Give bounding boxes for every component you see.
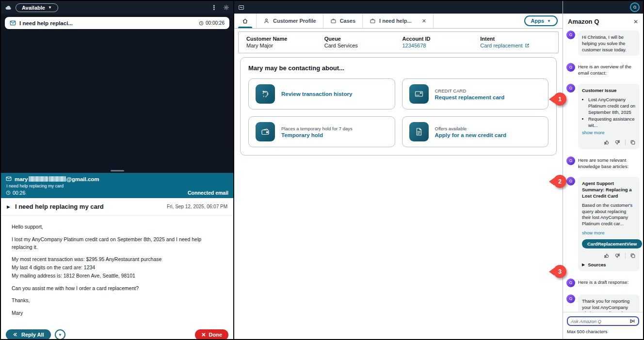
chevron-down-icon: ▼ xyxy=(48,5,52,10)
contact-card-timer: 00:00:26 xyxy=(199,20,225,26)
q-topbar xyxy=(563,1,643,14)
send-icon[interactable] xyxy=(629,318,635,324)
q-message-bubble: Thank you for reporting your lost AnyCom… xyxy=(578,294,640,312)
email-contact-banner: mary@gmail.com I need help replacing my … xyxy=(1,173,233,198)
document-icon xyxy=(409,122,429,141)
email-thread-header[interactable]: ▶ I need help replacing my card Fri, Sep… xyxy=(1,198,233,216)
apps-dropdown-button[interactable]: Apps ▼ xyxy=(524,15,558,26)
chevron-down-icon: ▼ xyxy=(58,333,62,337)
q-avatar-icon xyxy=(566,84,575,93)
q-message-kb-article: Agent Support Summary: Replacing a Lost … xyxy=(566,177,640,271)
q-input-area: Max 500 characters xyxy=(563,312,643,339)
kebab-menu-icon[interactable]: ⋮ xyxy=(209,4,219,11)
show-more-link[interactable]: show more xyxy=(582,130,604,136)
expand-caret-icon[interactable]: ▶ xyxy=(7,204,10,209)
reply-options-button[interactable]: ▼ xyxy=(55,329,65,339)
email-date: Fri, Sep 12, 2025, 06:07 PM xyxy=(167,204,227,209)
briefcase-icon xyxy=(330,18,337,24)
char-limit-hint: Max 500 characters xyxy=(567,329,639,334)
annotation-marker-1: 1 xyxy=(553,93,566,106)
agent-status-label: Available xyxy=(22,5,45,11)
close-icon[interactable]: ✕ xyxy=(633,18,638,25)
thumbs-down-button[interactable] xyxy=(614,139,620,145)
sources-expander[interactable]: ▶ Sources xyxy=(582,262,636,268)
card-request-replacement[interactable]: CREDIT CARD Request replacement card xyxy=(402,78,549,109)
email-body-line: I lost my AnyCompany Platinum credit car… xyxy=(12,236,223,251)
card-apply-new-card[interactable]: Offers available Apply for a new credit … xyxy=(402,116,549,147)
account-id-link[interactable]: 12345678 xyxy=(402,43,477,48)
chevron-down-icon: ▼ xyxy=(547,19,551,23)
clock-icon xyxy=(6,190,11,195)
email-body-line: My last 4 digits on the card are: 1234 xyxy=(12,264,223,272)
email-body-line: My most recent transaction was: $295.95 … xyxy=(12,256,223,263)
agent-status-dropdown[interactable]: Available ▼ xyxy=(16,3,58,12)
tab-cases[interactable]: Cases xyxy=(323,14,363,28)
card-replacement-view-button[interactable]: CardReplacementView xyxy=(582,239,642,248)
suggestions-title: Mary may be contacting about... xyxy=(248,64,548,72)
customer-info-bar: Customer Name Mary Major Queue Card Serv… xyxy=(238,31,559,53)
field-queue: Queue Card Services xyxy=(321,36,399,48)
piggy-bank-icon xyxy=(256,84,275,104)
email-body-line: Hello support, xyxy=(12,223,223,231)
q-message-text: Here are some relevant knowledge base ar… xyxy=(578,156,640,170)
tab-home[interactable] xyxy=(234,14,257,28)
copy-button[interactable] xyxy=(625,253,636,259)
suggestion-link[interactable]: Review transaction history xyxy=(281,91,352,97)
message-actions xyxy=(582,138,636,146)
intent-link[interactable]: Card replacement xyxy=(480,43,554,48)
email-body-line: Mary xyxy=(12,309,223,317)
q-message-bubble: Hi Christina, I will be helping you solv… xyxy=(578,31,640,56)
field-customer-name: Customer Name Mary Major xyxy=(242,36,321,48)
issue-bullet: Lost AnyCompany Platinum credit card on … xyxy=(588,97,636,115)
bubble-title: Customer Issue xyxy=(582,88,636,94)
suggestion-link[interactable]: Temporary hold xyxy=(281,132,353,138)
gear-icon[interactable] xyxy=(223,4,229,11)
thumbs-up-button[interactable] xyxy=(604,253,610,259)
suggestion-card-grid: Review transaction history CREDIT CARD R… xyxy=(248,78,548,147)
expand-caret-icon: ▶ xyxy=(582,263,585,268)
suggestion-link[interactable]: Apply for a new credit card xyxy=(435,132,507,138)
connect-logo-icon xyxy=(5,4,12,11)
user-icon xyxy=(263,18,270,24)
thread-action-bar: Reply All ▼ ✕ Done xyxy=(1,325,233,339)
q-message-text: Here is a draft response: xyxy=(578,278,628,287)
tab-close-icon[interactable]: ✕ xyxy=(422,18,426,24)
workspace-panel: Customer Profile Cases I need help... ✕ … xyxy=(234,1,563,339)
email-body: Hello support, I lost my AnyCompany Plat… xyxy=(1,216,233,325)
suggestion-link[interactable]: Request replacement card xyxy=(435,94,505,100)
q-input-wrap xyxy=(567,316,639,326)
annotation-marker-2: 2 xyxy=(553,175,566,188)
suggestion-category: Offers available xyxy=(435,126,507,131)
contact-suggestions-container: Mary may be contacting about... Review t… xyxy=(240,57,557,155)
field-account-id: Account ID 12345678 xyxy=(399,36,477,48)
thumbs-up-button[interactable] xyxy=(604,139,610,145)
tab-label: I need help... xyxy=(379,18,412,24)
reply-all-button[interactable]: Reply All xyxy=(6,329,51,339)
active-contact-card[interactable]: I need help replaci... 00:00:26 xyxy=(5,17,229,29)
amazon-q-toggle-button[interactable] xyxy=(630,2,640,12)
q-message-draft-response: Thank you for reporting your lost AnyCom… xyxy=(566,294,640,312)
tab-bar-spacer xyxy=(434,14,524,28)
thumbs-down-button[interactable] xyxy=(614,253,620,259)
tab-customer-profile[interactable]: Customer Profile xyxy=(257,14,323,28)
bubble-title: Agent Support Summary: Replacing a Lost … xyxy=(582,181,636,199)
q-avatar-icon xyxy=(566,177,575,185)
panel-drag-handle[interactable] xyxy=(111,170,124,171)
redacted-block xyxy=(48,176,66,182)
ask-amazon-q-input[interactable] xyxy=(571,319,628,324)
q-logo-icon xyxy=(632,5,637,10)
briefcase-icon xyxy=(370,18,376,24)
email-body-line: My mailing address is: 1812 Boren Ave, S… xyxy=(12,272,223,280)
q-avatar-icon xyxy=(566,294,575,303)
show-more-link[interactable]: show more xyxy=(582,230,604,236)
bubble-body: Thank you for reporting your lost AnyCom… xyxy=(582,298,636,312)
copy-button[interactable] xyxy=(625,139,636,145)
workspace-content: Customer Name Mary Major Queue Card Serv… xyxy=(234,29,563,339)
card-temporary-hold[interactable]: Places a temporary hold for 7 days Tempo… xyxy=(248,116,395,147)
tab-current-contact[interactable]: I need help... ✕ xyxy=(363,14,434,28)
q-message: Here is an overview of the email contact… xyxy=(566,63,640,77)
card-review-transactions[interactable]: Review transaction history xyxy=(248,78,395,109)
done-button[interactable]: ✕ Done xyxy=(195,329,228,339)
tab-label: Customer Profile xyxy=(273,18,316,24)
q-avatar-icon xyxy=(566,156,575,165)
